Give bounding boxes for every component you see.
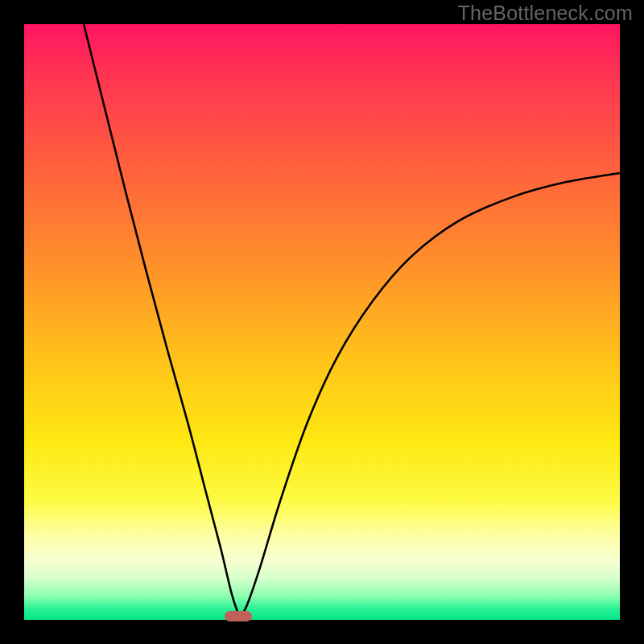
plot-area xyxy=(24,24,620,620)
bottleneck-curve xyxy=(24,24,620,620)
minimum-marker xyxy=(225,611,252,621)
curve-path xyxy=(84,24,620,615)
watermark-text: TheBottleneck.com xyxy=(458,2,633,25)
chart-frame: TheBottleneck.com xyxy=(0,0,644,644)
